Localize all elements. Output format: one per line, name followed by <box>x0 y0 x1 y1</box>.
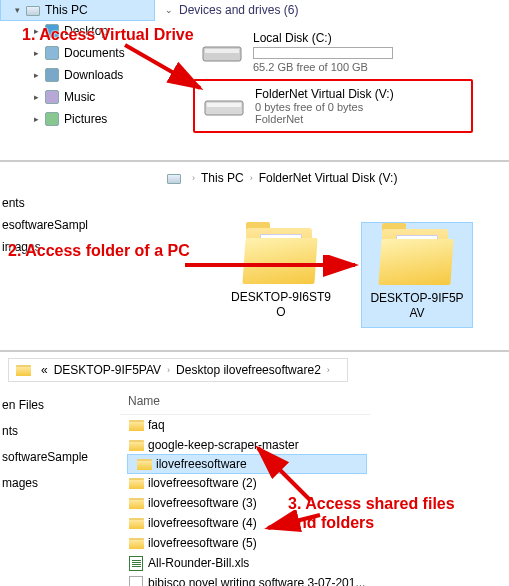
documents-icon <box>44 45 60 61</box>
breadcrumb-item[interactable]: This PC <box>201 171 244 185</box>
breadcrumb[interactable]: › This PC › FolderNet Virtual Disk (V:) <box>160 168 403 188</box>
tree-item[interactable]: esoftwareSampl <box>0 214 155 236</box>
file-name: google-keep-scraper-master <box>148 438 299 452</box>
drive-icon <box>201 38 243 66</box>
folder-icon <box>128 475 144 491</box>
list-item[interactable]: bibisco novel writing software 3-07-201.… <box>120 573 370 586</box>
tree-label: Documents <box>64 46 125 60</box>
chevron-right-icon: ▸ <box>34 92 44 102</box>
tree-pictures[interactable]: ▸ Pictures <box>0 108 155 130</box>
nav-tree: ▾ This PC ▸ Desktop ▸ Documents ▸ Downlo… <box>0 0 155 130</box>
pc-icon <box>166 170 182 186</box>
list-item[interactable]: ilovefreesoftware (2) <box>120 473 370 493</box>
breadcrumb-item[interactable]: DESKTOP-9IF5PAV <box>54 363 161 377</box>
file-name: All-Rounder-Bill.xls <box>148 556 249 570</box>
tree-label: This PC <box>45 3 88 17</box>
tree-label: Downloads <box>64 68 123 82</box>
file-list: Name faq google-keep-scraper-master ilov… <box>120 392 370 586</box>
tree-label: Music <box>64 90 95 104</box>
svg-rect-1 <box>205 49 239 53</box>
chevron-right-icon: ▸ <box>34 70 44 80</box>
capacity-bar <box>253 47 393 59</box>
folder-icon <box>242 228 320 286</box>
drive-sub2: FolderNet <box>255 113 394 125</box>
tree-item[interactable]: mages <box>0 470 115 496</box>
drive-sub: 65.2 GB free of 100 GB <box>253 61 393 73</box>
list-item[interactable]: ilovefreesoftware (5) <box>120 533 370 553</box>
drive-local-c[interactable]: Local Disk (C:) 65.2 GB free of 100 GB <box>193 25 473 79</box>
tree-music[interactable]: ▸ Music <box>0 86 155 108</box>
folder-desktop-9if5pav[interactable]: DESKTOP-9IF5PAV <box>361 222 473 328</box>
pc-icon <box>25 2 41 18</box>
devices-header[interactable]: ⌄ Devices and drives (6) <box>161 0 501 25</box>
chevron-right-icon: ▸ <box>34 114 44 124</box>
folder-icon <box>128 437 144 453</box>
pictures-icon <box>44 111 60 127</box>
list-item[interactable]: google-keep-scraper-master <box>120 435 370 455</box>
folder-grid: DESKTOP-9I6ST9O DESKTOP-9IF5PAV <box>225 222 473 328</box>
document-icon <box>128 575 144 586</box>
list-item[interactable]: faq <box>120 415 370 435</box>
breadcrumb-item[interactable]: FolderNet Virtual Disk (V:) <box>259 171 398 185</box>
downloads-icon <box>44 67 60 83</box>
drive-sub: 0 bytes free of 0 bytes <box>255 101 394 113</box>
nav-tree-partial: en Files nts softwareSample mages <box>0 392 115 496</box>
annotation-3: 3. Access shared files and folders <box>288 494 478 532</box>
file-name: ilovefreesoftware (3) <box>148 496 257 510</box>
folder-desktop-9i6st9o[interactable]: DESKTOP-9I6ST9O <box>225 222 337 328</box>
panel-shared-folder: « DESKTOP-9IF5PAV › Desktop ilovefreesof… <box>0 350 509 585</box>
breadcrumb[interactable]: « DESKTOP-9IF5PAV › Desktop ilovefreesof… <box>8 358 348 382</box>
folder-name: DESKTOP-9I6ST9O <box>231 290 331 320</box>
devices-section: ⌄ Devices and drives (6) Local Disk (C:)… <box>161 0 501 133</box>
folder-name: DESKTOP-9IF5PAV <box>368 291 466 321</box>
folder-icon <box>128 535 144 551</box>
svg-rect-3 <box>207 103 241 107</box>
drive-icon <box>203 92 245 120</box>
file-name: ilovefreesoftware (5) <box>148 536 257 550</box>
xls-icon <box>128 555 144 571</box>
tree-label: Pictures <box>64 112 107 126</box>
tree-downloads[interactable]: ▸ Downloads <box>0 64 155 86</box>
breadcrumb-item[interactable]: Desktop ilovefreesoftware2 <box>176 363 321 377</box>
breadcrumb-overflow[interactable]: « <box>41 363 48 377</box>
file-name: ilovefreesoftware (2) <box>148 476 257 490</box>
annotation-2: 2. Access folder of a PC <box>8 242 190 260</box>
chevron-right-icon: › <box>167 365 170 375</box>
chevron-down-icon: ⌄ <box>165 5 175 15</box>
tree-item[interactable]: nts <box>0 418 115 444</box>
folder-icon <box>136 456 152 472</box>
folder-icon <box>15 362 31 378</box>
tree-item[interactable]: ents <box>0 192 155 214</box>
file-name: faq <box>148 418 165 432</box>
list-item[interactable]: All-Rounder-Bill.xls <box>120 553 370 573</box>
drive-name: Local Disk (C:) <box>253 31 393 45</box>
folder-icon <box>378 229 456 287</box>
tree-item[interactable]: en Files <box>0 392 115 418</box>
chevron-right-icon: › <box>192 173 195 183</box>
folder-icon <box>128 417 144 433</box>
list-item[interactable]: ilovefreesoftware <box>127 454 367 474</box>
file-name: ilovefreesoftware <box>156 457 247 471</box>
folder-icon <box>128 515 144 531</box>
panel-devices: ▾ This PC ▸ Desktop ▸ Documents ▸ Downlo… <box>0 0 509 155</box>
column-header-name[interactable]: Name <box>120 392 370 415</box>
file-name: ilovefreesoftware (4) <box>148 516 257 530</box>
drive-name: FolderNet Virtual Disk (V:) <box>255 87 394 101</box>
tree-documents[interactable]: ▸ Documents <box>0 42 155 64</box>
drive-foldernet-virtual[interactable]: FolderNet Virtual Disk (V:) 0 bytes free… <box>193 79 473 133</box>
chevron-down-icon: ▾ <box>15 5 25 15</box>
annotation-1: 1. Access Virtual Drive <box>22 26 194 44</box>
chevron-right-icon: › <box>327 365 330 375</box>
folder-icon <box>128 495 144 511</box>
chevron-right-icon: › <box>250 173 253 183</box>
tree-item[interactable]: softwareSample <box>0 444 115 470</box>
music-icon <box>44 89 60 105</box>
devices-header-text: Devices and drives (6) <box>179 3 298 17</box>
chevron-right-icon: ▸ <box>34 48 44 58</box>
tree-this-pc[interactable]: ▾ This PC <box>0 0 155 21</box>
file-name: bibisco novel writing software 3-07-201.… <box>148 576 365 586</box>
